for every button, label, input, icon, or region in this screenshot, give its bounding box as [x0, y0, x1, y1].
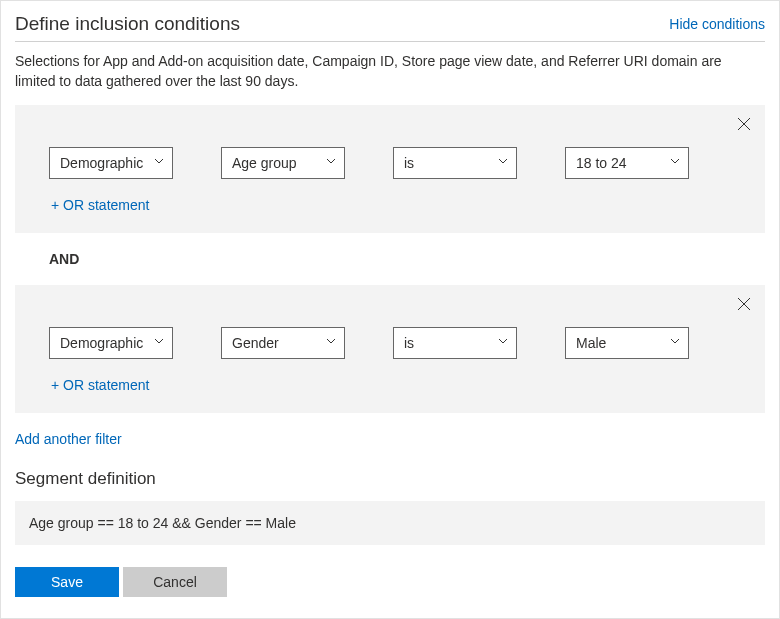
- segment-definition-title: Segment definition: [15, 469, 765, 489]
- hide-conditions-link[interactable]: Hide conditions: [669, 16, 765, 32]
- page-container: Define inclusion conditions Hide conditi…: [0, 0, 780, 619]
- operator-select[interactable]: is: [393, 147, 517, 179]
- chevron-down-icon: [154, 338, 164, 348]
- page-title: Define inclusion conditions: [15, 13, 240, 35]
- value-select[interactable]: Male: [565, 327, 689, 359]
- filter-block-2: Demographic Gender is Male + OR statemen…: [15, 285, 765, 413]
- value-select[interactable]: 18 to 24: [565, 147, 689, 179]
- select-value: Male: [576, 335, 606, 351]
- filter-block-1: Demographic Age group is 18 to 24 + OR s…: [15, 105, 765, 233]
- select-value: Demographic: [60, 335, 143, 351]
- header-row: Define inclusion conditions Hide conditi…: [15, 13, 765, 42]
- segment-definition-box: Age group == 18 to 24 && Gender == Male: [15, 501, 765, 545]
- button-row: Save Cancel: [15, 567, 765, 597]
- close-icon[interactable]: [737, 297, 751, 311]
- cancel-button[interactable]: Cancel: [123, 567, 227, 597]
- close-icon[interactable]: [737, 117, 751, 131]
- and-separator: AND: [15, 233, 765, 285]
- chevron-down-icon: [326, 338, 336, 348]
- description-text: Selections for App and Add-on acquisitio…: [15, 52, 765, 91]
- category-select[interactable]: Demographic: [49, 327, 173, 359]
- or-statement-link[interactable]: + OR statement: [49, 377, 731, 393]
- save-button[interactable]: Save: [15, 567, 119, 597]
- category-select[interactable]: Demographic: [49, 147, 173, 179]
- operator-select[interactable]: is: [393, 327, 517, 359]
- selects-row: Demographic Gender is Male: [49, 327, 731, 359]
- chevron-down-icon: [670, 338, 680, 348]
- chevron-down-icon: [498, 158, 508, 168]
- selects-row: Demographic Age group is 18 to 24: [49, 147, 731, 179]
- select-value: Gender: [232, 335, 279, 351]
- attribute-select[interactable]: Gender: [221, 327, 345, 359]
- select-value: Demographic: [60, 155, 143, 171]
- or-statement-link[interactable]: + OR statement: [49, 197, 731, 213]
- attribute-select[interactable]: Age group: [221, 147, 345, 179]
- select-value: is: [404, 155, 414, 171]
- chevron-down-icon: [326, 158, 336, 168]
- select-value: 18 to 24: [576, 155, 627, 171]
- add-another-filter-link[interactable]: Add another filter: [15, 431, 122, 447]
- chevron-down-icon: [670, 158, 680, 168]
- select-value: is: [404, 335, 414, 351]
- chevron-down-icon: [498, 338, 508, 348]
- chevron-down-icon: [154, 158, 164, 168]
- select-value: Age group: [232, 155, 297, 171]
